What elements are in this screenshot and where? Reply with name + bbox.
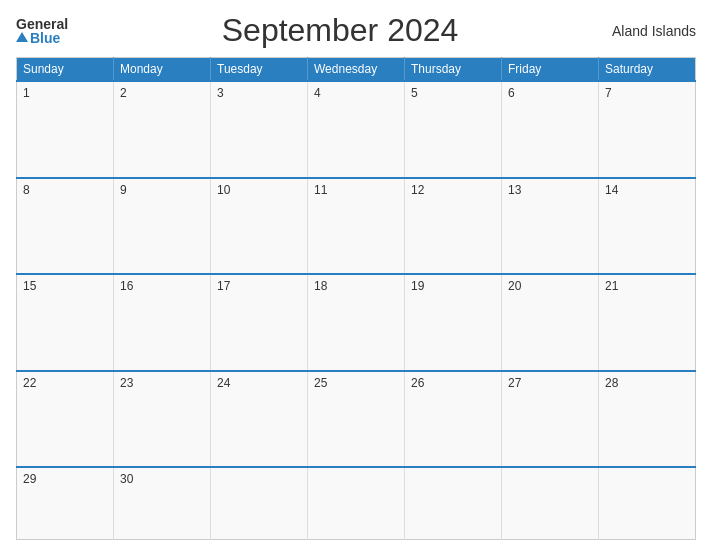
calendar-day-cell: 2	[114, 81, 211, 178]
calendar-table: Sunday Monday Tuesday Wednesday Thursday…	[16, 57, 696, 540]
day-number: 28	[605, 376, 618, 390]
header-wednesday: Wednesday	[308, 58, 405, 82]
header-tuesday: Tuesday	[211, 58, 308, 82]
day-number: 29	[23, 472, 36, 486]
logo-triangle-icon	[16, 32, 28, 42]
calendar-day-cell: 16	[114, 274, 211, 371]
calendar-day-cell: 11	[308, 178, 405, 275]
calendar-day-cell: 10	[211, 178, 308, 275]
logo: General Blue	[16, 17, 68, 45]
calendar-day-cell: 30	[114, 467, 211, 539]
day-number: 23	[120, 376, 133, 390]
calendar-week-row: 15161718192021	[17, 274, 696, 371]
day-number: 21	[605, 279, 618, 293]
calendar-day-cell: 23	[114, 371, 211, 468]
day-number: 24	[217, 376, 230, 390]
day-number: 5	[411, 86, 418, 100]
calendar-day-cell: 14	[599, 178, 696, 275]
calendar-week-row: 2930	[17, 467, 696, 539]
header-thursday: Thursday	[405, 58, 502, 82]
calendar-body: 1234567891011121314151617181920212223242…	[17, 81, 696, 540]
calendar-day-cell: 24	[211, 371, 308, 468]
calendar-day-cell	[599, 467, 696, 539]
day-number: 30	[120, 472, 133, 486]
calendar-day-cell: 25	[308, 371, 405, 468]
calendar-week-row: 22232425262728	[17, 371, 696, 468]
header-friday: Friday	[502, 58, 599, 82]
day-number: 20	[508, 279, 521, 293]
calendar-day-cell	[502, 467, 599, 539]
calendar-day-cell: 1	[17, 81, 114, 178]
day-number: 9	[120, 183, 127, 197]
logo-blue-container: Blue	[16, 31, 60, 45]
day-number: 26	[411, 376, 424, 390]
day-number: 27	[508, 376, 521, 390]
day-number: 13	[508, 183, 521, 197]
calendar-day-cell: 18	[308, 274, 405, 371]
day-number: 14	[605, 183, 618, 197]
header-saturday: Saturday	[599, 58, 696, 82]
calendar-day-cell: 13	[502, 178, 599, 275]
calendar-day-cell: 9	[114, 178, 211, 275]
calendar-day-cell	[405, 467, 502, 539]
calendar-day-cell: 15	[17, 274, 114, 371]
calendar-day-cell: 5	[405, 81, 502, 178]
day-number: 17	[217, 279, 230, 293]
day-number: 4	[314, 86, 321, 100]
calendar-day-cell: 19	[405, 274, 502, 371]
day-number: 15	[23, 279, 36, 293]
day-number: 19	[411, 279, 424, 293]
calendar-day-cell	[308, 467, 405, 539]
calendar-week-row: 891011121314	[17, 178, 696, 275]
calendar-day-cell: 17	[211, 274, 308, 371]
calendar-day-cell: 12	[405, 178, 502, 275]
weekday-header-row: Sunday Monday Tuesday Wednesday Thursday…	[17, 58, 696, 82]
day-number: 8	[23, 183, 30, 197]
calendar-day-cell: 3	[211, 81, 308, 178]
day-number: 16	[120, 279, 133, 293]
logo-general-text: General	[16, 17, 68, 31]
calendar-day-cell: 20	[502, 274, 599, 371]
calendar-day-cell: 6	[502, 81, 599, 178]
calendar-title: September 2024	[68, 12, 612, 49]
region-label: Aland Islands	[612, 23, 696, 39]
day-number: 1	[23, 86, 30, 100]
calendar-day-cell: 8	[17, 178, 114, 275]
calendar-day-cell: 27	[502, 371, 599, 468]
day-number: 2	[120, 86, 127, 100]
calendar-day-cell: 26	[405, 371, 502, 468]
day-number: 10	[217, 183, 230, 197]
calendar-day-cell	[211, 467, 308, 539]
day-number: 11	[314, 183, 327, 197]
header-sunday: Sunday	[17, 58, 114, 82]
day-number: 12	[411, 183, 424, 197]
calendar-day-cell: 7	[599, 81, 696, 178]
header: General Blue September 2024 Aland Island…	[16, 12, 696, 49]
calendar-week-row: 1234567	[17, 81, 696, 178]
calendar-day-cell: 28	[599, 371, 696, 468]
day-number: 3	[217, 86, 224, 100]
day-number: 7	[605, 86, 612, 100]
logo-blue-text: Blue	[30, 31, 60, 45]
day-number: 6	[508, 86, 515, 100]
day-number: 18	[314, 279, 327, 293]
calendar-day-cell: 29	[17, 467, 114, 539]
day-number: 22	[23, 376, 36, 390]
header-monday: Monday	[114, 58, 211, 82]
calendar-day-cell: 4	[308, 81, 405, 178]
calendar-day-cell: 22	[17, 371, 114, 468]
calendar-day-cell: 21	[599, 274, 696, 371]
day-number: 25	[314, 376, 327, 390]
page: General Blue September 2024 Aland Island…	[0, 0, 712, 550]
